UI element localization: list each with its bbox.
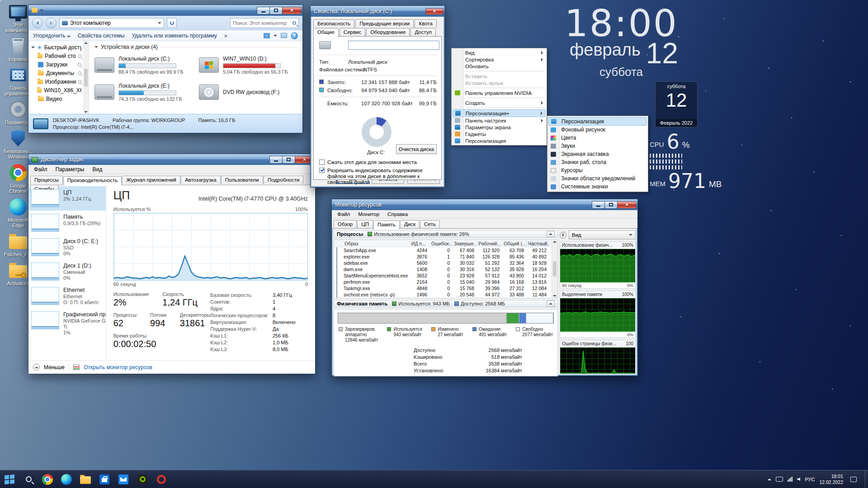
process-checkbox[interactable]	[336, 260, 337, 266]
scroll-up-icon[interactable]	[84, 42, 88, 44]
perf-sidebar-item[interactable]: ЦП2% 1,24 ГГц	[28, 186, 106, 211]
change-view-icon[interactable]	[264, 33, 270, 38]
context-menu-item[interactable]: Вид	[453, 49, 546, 56]
scroll-up-icon[interactable]	[553, 241, 557, 243]
process-row[interactable]: dwm.exe1408030 31652 13235 92816 204	[334, 266, 552, 272]
back-button[interactable]	[32, 18, 43, 28]
column-header[interactable]: Общий (...	[502, 241, 527, 246]
search-box[interactable]	[230, 18, 299, 28]
tab-квота[interactable]: Квота	[415, 19, 436, 28]
sidebar-item[interactable]: WIN10_X86_X64...	[28, 86, 89, 94]
scroll-down-icon[interactable]	[84, 111, 88, 113]
volume-icon[interactable]	[797, 478, 800, 481]
taskbar-app-nvidia[interactable]	[136, 473, 149, 486]
process-row[interactable]: sidebar.exe5600030 03251 29232 36418 928	[334, 260, 552, 266]
column-header[interactable]: Образ	[343, 241, 410, 246]
open-resource-monitor-link[interactable]: Открыть монитор ресурсов	[84, 364, 152, 371]
perf-sidebar-item[interactable]: Графический процессорNVIDIA GeForce GTX …	[28, 308, 106, 333]
properties-titlebar[interactable]: Свойства: Локальный диск (C:) ×	[311, 6, 444, 17]
process-row[interactable]: SearchApp.exe4244067 408112 92063 70849 …	[334, 247, 552, 253]
personalization-menu-item[interactable]: Значки области уведомлений	[548, 174, 647, 183]
perf-sidebar-item[interactable]: EthernetEthernetО: 0 П: 0 кбит/с	[28, 284, 106, 308]
tray-clock[interactable]: 18:01 12.02.2022	[819, 474, 843, 485]
menu-вид[interactable]: Вид	[89, 165, 106, 174]
search-button[interactable]	[22, 473, 35, 486]
tab-подробности[interactable]: Подробности	[264, 176, 304, 184]
compress-checkbox[interactable]: Сжать этот диск для экономии места	[319, 160, 417, 165]
tab-диск[interactable]: Диск	[400, 220, 420, 228]
tab-оборудование[interactable]: Оборудование	[366, 28, 410, 36]
process-checkbox[interactable]	[336, 266, 337, 272]
process-checkbox[interactable]	[336, 272, 337, 279]
taskbar-app-store[interactable]	[98, 473, 111, 486]
index-checkbox[interactable]: Разрешить индексировать содержимое файло…	[319, 168, 439, 185]
close-button[interactable]: ×	[282, 7, 302, 14]
tab-память[interactable]: Память	[373, 221, 400, 230]
process-row[interactable]: perfmon.exe2164015 04029 98416 16813 816	[334, 279, 552, 285]
menu-файл[interactable]: Файл	[30, 165, 51, 174]
tab-цп[interactable]: ЦП	[357, 220, 373, 228]
tab-сервис[interactable]: Сервис	[340, 28, 365, 36]
address-bar[interactable]: Этот компьютер	[59, 18, 164, 28]
organize-button[interactable]: Упорядочить	[33, 33, 71, 39]
show-desktop-button[interactable]	[865, 470, 865, 488]
personalization-menu-item[interactable]: Звуки	[548, 142, 647, 150]
tab-предыдущие-версии[interactable]: Предыдущие версии	[355, 19, 414, 28]
touch-keyboard-icon[interactable]	[776, 477, 783, 482]
personalization-menu-item[interactable]: Системные значки	[548, 183, 647, 191]
process-checkbox[interactable]	[336, 279, 337, 285]
drive-item[interactable]: WIN7_WIN10 (D:)5,04 ГБ свободно из 56,3 …	[199, 54, 297, 76]
help-icon[interactable]: ?	[291, 32, 298, 39]
table-scrollbar[interactable]	[552, 240, 557, 298]
context-menu-item[interactable]: Параметры экрана	[453, 124, 546, 131]
tab-пользователи[interactable]: Пользователи	[221, 176, 263, 184]
minimize-button[interactable]	[592, 201, 605, 209]
menu-монитор[interactable]: Монитор	[354, 211, 383, 218]
breadcrumb[interactable]: Этот компьютер	[70, 20, 111, 26]
personalization-menu-item[interactable]: Фоновый рисунок	[548, 126, 647, 134]
scroll-down-icon[interactable]	[553, 295, 557, 297]
tab-обзор[interactable]: Обзор	[334, 220, 357, 228]
personalization-menu-item[interactable]: Значки раб. стола	[548, 158, 647, 166]
collapse-section-icon[interactable]	[547, 231, 555, 237]
sidebar-item[interactable]: Видео	[28, 94, 89, 103]
menu-файл[interactable]: Файл	[334, 211, 354, 218]
resource-monitor-titlebar[interactable]: Монитор ресурсов ×	[332, 199, 637, 210]
drive-item[interactable]: DVD RW дисковод (F:)	[199, 81, 297, 103]
taskbar-app-edge[interactable]	[60, 473, 73, 486]
sidebar-item[interactable]: Рабочий сто...	[28, 52, 89, 60]
details-pane[interactable]: DESKTOP-IPASHVK Рабочая группа: WORKGROU…	[28, 114, 302, 133]
context-menu-item[interactable]: Вставить	[453, 73, 546, 80]
collapse-panel-icon[interactable]	[560, 232, 566, 239]
tray-expand-icon[interactable]	[768, 479, 771, 480]
taskbar-app-chrome[interactable]	[41, 473, 54, 486]
minimize-button[interactable]	[269, 156, 283, 164]
search-input[interactable]	[233, 20, 287, 26]
system-properties-button[interactable]: Свойства системы	[78, 33, 125, 39]
toolbar-more-button[interactable]: »	[224, 33, 227, 39]
context-menu-item[interactable]: Вставить ярлык	[453, 80, 546, 86]
view-dropdown-button[interactable]: Вид	[569, 230, 636, 239]
taskbar-app-folder[interactable]	[79, 473, 92, 486]
drive-item[interactable]: Локальный диск (E:)74,3 ГБ свободно из 1…	[94, 81, 193, 103]
taskbar-app-opera[interactable]	[155, 473, 168, 486]
explorer-titlebar[interactable]: ×	[28, 5, 302, 16]
minimize-button[interactable]	[257, 7, 270, 14]
scroll-thumb[interactable]	[553, 261, 557, 277]
collapse-section-icon[interactable]	[547, 300, 555, 307]
tab-безопасность[interactable]: Безопасность	[313, 19, 354, 28]
volume-label-input[interactable]	[348, 41, 439, 50]
personalization-menu-item[interactable]: Цвета	[548, 134, 647, 142]
column-header[interactable]: Частный...	[527, 241, 549, 246]
sidebar-item[interactable]: Документы	[28, 69, 89, 77]
column-header[interactable]: ИД п...	[410, 241, 430, 246]
menu-параметры[interactable]: Параметры	[52, 165, 88, 174]
context-menu-item[interactable]: Персонализация+	[453, 109, 546, 117]
context-menu-item[interactable]: Панель управления NVIDIA	[453, 89, 546, 96]
personalization-menu-item[interactable]: Курсоры	[548, 166, 647, 174]
tab-общие[interactable]: Общие	[313, 28, 339, 37]
context-menu-item[interactable]: Панель настроек	[453, 117, 546, 124]
process-row[interactable]: explorer.exe3876171 840126 32885 43640 8…	[334, 253, 552, 260]
sidebar-scrollbar[interactable]	[83, 41, 89, 114]
tab-производительность[interactable]: Производительность	[63, 176, 122, 185]
